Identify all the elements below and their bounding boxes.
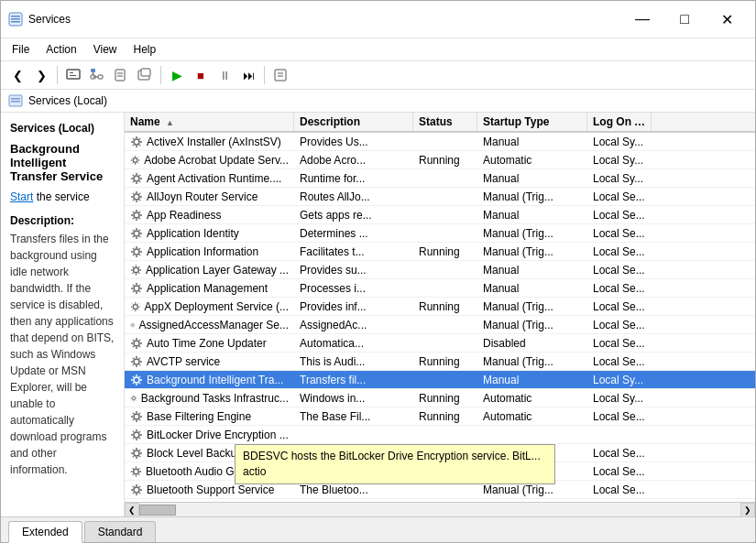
svg-line-82: [133, 247, 134, 248]
svg-line-100: [133, 284, 134, 285]
cell-startup: Manual: [477, 372, 587, 388]
table-row[interactable]: Agent Activation Runtime....Runtime for.…: [125, 169, 755, 188]
th-status[interactable]: Status: [413, 113, 477, 131]
table-row[interactable]: Application ManagementProcesses i...Manu…: [125, 279, 755, 298]
svg-point-32: [133, 157, 137, 162]
svg-line-129: [139, 339, 140, 340]
cell-logon: Local Sy...: [587, 372, 652, 388]
table-row[interactable]: Adobe Acrobat Update Serv...Adobe Acro..…: [125, 151, 755, 169]
service-icon: [130, 355, 143, 368]
horizontal-scrollbar[interactable]: ❮ ❯: [125, 502, 755, 516]
menu-action[interactable]: Action: [38, 40, 83, 59]
cell-logon: Local Sy...: [587, 390, 652, 407]
svg-line-200: [139, 492, 140, 493]
cell-logon: Local Se...: [587, 353, 652, 370]
properties-button[interactable]: [269, 64, 291, 86]
svg-rect-7: [91, 69, 95, 72]
cell-startup: Manual (Trig...: [477, 299, 587, 315]
cell-startup: Automatic: [477, 408, 587, 425]
table-row[interactable]: ActiveX Installer (AxInstSV)Provides Us.…: [125, 133, 755, 151]
cell-logon: Local Se...: [587, 207, 652, 223]
svg-line-91: [133, 266, 134, 267]
table-row[interactable]: BitLocker Drive Encryption ...BDESVC hos…: [125, 426, 755, 444]
forward-button[interactable]: ❯: [30, 64, 52, 86]
svg-line-163: [133, 412, 134, 413]
svg-line-199: [133, 485, 134, 486]
show-console-button[interactable]: [62, 64, 84, 86]
close-button[interactable]: ✕: [706, 6, 748, 32]
svg-point-131: [134, 359, 139, 364]
th-desc[interactable]: Description: [294, 113, 413, 131]
resume-button[interactable]: ⏭: [237, 64, 259, 86]
scroll-left-button[interactable]: ❮: [125, 503, 139, 517]
cell-desc: Determines ...: [294, 225, 413, 242]
svg-point-122: [134, 341, 139, 346]
menu-file[interactable]: File: [5, 40, 37, 59]
cell-name: ActiveX Installer (AxInstSV): [125, 134, 294, 150]
svg-point-113: [132, 323, 134, 325]
svg-line-92: [138, 272, 139, 273]
table-row[interactable]: Application InformationFacilitates t...R…: [125, 243, 755, 261]
th-startup[interactable]: Startup Type: [477, 113, 587, 131]
start-link-container: Start the service: [10, 190, 115, 203]
cell-name: Base Filtering Engine: [125, 408, 294, 425]
svg-point-23: [134, 139, 139, 145]
main-content: Services (Local) Background Intelligent …: [1, 113, 755, 516]
table-row[interactable]: Auto Time Zone UpdaterAutomatica...Disab…: [125, 334, 755, 353]
tab-standard[interactable]: Standard: [84, 521, 157, 542]
table-row[interactable]: Base Filtering EngineThe Base Fil...Runn…: [125, 407, 755, 426]
table-row[interactable]: AllJoyn Router ServiceRoutes AllJo...Man…: [125, 188, 755, 206]
cell-desc: Gets apps re...: [294, 207, 413, 223]
table-row[interactable]: AVCTP serviceThis is Audi...RunningManua…: [125, 353, 755, 371]
svg-rect-22: [11, 101, 20, 103]
play-button[interactable]: ▶: [166, 64, 188, 86]
stop-button[interactable]: ■: [190, 64, 212, 86]
cell-desc: Processes i...: [294, 280, 413, 297]
export-button[interactable]: [110, 64, 132, 86]
tab-extended[interactable]: Extended: [8, 521, 82, 543]
new-window-button[interactable]: [134, 64, 156, 86]
table-row[interactable]: AssignedAccessManager Se...AssignedAc...…: [125, 316, 755, 334]
cell-startup: Manual: [477, 207, 587, 223]
cell-status: Running: [413, 408, 477, 425]
cell-name: Application Management: [125, 280, 294, 297]
address-text: Services (Local): [28, 94, 107, 107]
svg-point-104: [133, 304, 137, 309]
cell-logon: [587, 433, 652, 437]
th-name[interactable]: Name ▲: [125, 113, 294, 131]
scroll-thumb[interactable]: [139, 505, 176, 516]
cell-status: Running: [413, 353, 477, 370]
table-row[interactable]: App ReadinessGets apps re...ManualLocal …: [125, 206, 755, 224]
scroll-track[interactable]: [139, 503, 740, 516]
service-icon: [130, 209, 143, 222]
cell-desc: Facilitates t...: [294, 244, 413, 260]
pause-button[interactable]: ⏸: [214, 64, 236, 86]
svg-line-110: [137, 309, 138, 310]
service-icon: [130, 172, 143, 185]
menu-view[interactable]: View: [86, 40, 125, 59]
table-row[interactable]: Application IdentityDetermines ...Manual…: [125, 224, 755, 243]
svg-line-56: [139, 199, 140, 200]
svg-line-128: [139, 345, 140, 346]
start-link[interactable]: Start: [10, 190, 33, 203]
table-body[interactable]: ActiveX Installer (AxInstSV)Provides Us.…: [125, 133, 755, 502]
service-icon: [130, 410, 143, 423]
table-row[interactable]: Background Intelligent Tra...Transfers f…: [125, 371, 755, 389]
table-row[interactable]: AppX Deployment Service (...Provides inf…: [125, 298, 755, 316]
maximize-button[interactable]: □: [663, 6, 706, 32]
menu-help[interactable]: Help: [126, 40, 164, 59]
svg-point-194: [134, 487, 139, 493]
table-row[interactable]: Application Layer Gateway ...Provides su…: [125, 261, 755, 279]
cell-desc: This is Audi...: [294, 353, 413, 370]
back-button[interactable]: ❮: [6, 64, 28, 86]
scroll-right-button[interactable]: ❯: [740, 503, 755, 517]
table-row[interactable]: Background Tasks Infrastruc...Windows in…: [125, 389, 755, 407]
th-logon[interactable]: Log On As: [587, 113, 652, 131]
cell-startup: Automatic: [477, 152, 587, 168]
show-tree-button[interactable]: [86, 64, 108, 86]
svg-line-121: [131, 326, 132, 327]
cell-logon: Local Se...: [587, 335, 652, 352]
minimize-button[interactable]: —: [621, 6, 663, 32]
window-controls: — □ ✕: [621, 6, 748, 32]
right-panel: Name ▲ Description Status Startup Type L…: [125, 113, 755, 516]
